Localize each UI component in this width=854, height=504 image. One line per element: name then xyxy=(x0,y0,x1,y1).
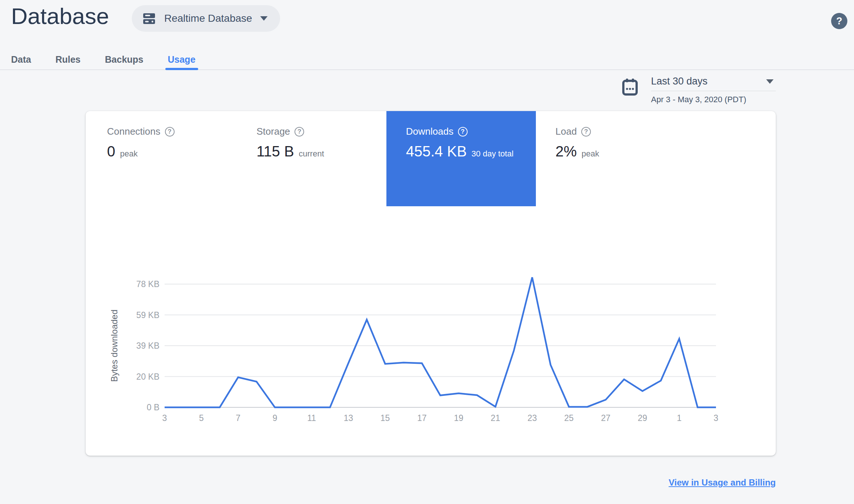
tab-label: Data xyxy=(11,54,31,65)
metric-label: Load xyxy=(555,126,577,137)
help-icon[interactable]: ? xyxy=(295,127,304,137)
metric-label: Downloads xyxy=(406,126,454,137)
metric-label: Connections xyxy=(107,126,161,137)
date-range-detail: Apr 3 - May 3, 2020 (PDT) xyxy=(651,95,776,104)
help-icon[interactable]: ? xyxy=(458,127,468,137)
question-glyph: ? xyxy=(584,128,588,135)
metric-storage[interactable]: Storage ? 115 B current xyxy=(237,111,386,206)
help-icon: ? xyxy=(836,15,843,27)
metric-value: 115 B xyxy=(256,143,294,160)
question-glyph: ? xyxy=(168,128,171,135)
divider xyxy=(651,91,776,91)
database-selector[interactable]: Realtime Database xyxy=(132,5,280,32)
tab-label: Usage xyxy=(168,54,196,65)
question-glyph: ? xyxy=(297,128,301,135)
firebase-database-usage-page: Database Realtime Database ? Data Rules … xyxy=(0,0,854,504)
metric-suffix: current xyxy=(299,149,324,159)
help-icon[interactable]: ? xyxy=(165,127,175,137)
tab-data[interactable]: Data xyxy=(11,49,31,69)
metric-label: Storage xyxy=(256,126,290,137)
tab-rules[interactable]: Rules xyxy=(55,49,80,69)
metric-suffix: peak xyxy=(582,149,599,159)
tab-label: Rules xyxy=(55,54,80,65)
active-tab-indicator xyxy=(165,68,198,70)
view-usage-billing-link[interactable]: View in Usage and Billing xyxy=(669,477,776,488)
database-stack-icon xyxy=(142,11,156,25)
help-icon[interactable]: ? xyxy=(581,127,591,137)
date-range-label: Last 30 days xyxy=(651,76,707,87)
metric-load[interactable]: Load ? 2% peak xyxy=(536,111,685,206)
question-glyph: ? xyxy=(461,128,464,135)
metric-connections[interactable]: Connections ? 0 peak xyxy=(87,111,237,206)
metric-value: 0 xyxy=(107,143,115,160)
calendar-icon xyxy=(622,79,638,96)
help-button[interactable]: ? xyxy=(831,13,847,29)
database-selector-label: Realtime Database xyxy=(164,13,252,24)
chevron-down-icon xyxy=(260,16,268,21)
chevron-down-icon[interactable] xyxy=(766,79,774,84)
metric-suffix: 30 day total xyxy=(472,149,514,159)
tab-usage[interactable]: Usage xyxy=(168,49,196,69)
metric-value: 2% xyxy=(555,143,577,160)
date-range-selector[interactable]: Last 30 days Apr 3 - May 3, 2020 (PDT) xyxy=(622,76,776,104)
tab-backups[interactable]: Backups xyxy=(105,49,143,69)
metric-value: 455.4 KB xyxy=(406,143,467,160)
metric-downloads[interactable]: Downloads ? 455.4 KB 30 day total xyxy=(386,111,536,206)
metric-selector-row: Connections ? 0 peak Storage ? 115 B cur… xyxy=(87,111,685,206)
tab-bar: Data Rules Backups Usage xyxy=(0,49,854,70)
tab-label: Backups xyxy=(105,54,143,65)
page-title: Database xyxy=(11,4,109,29)
metric-suffix: peak xyxy=(120,149,138,159)
